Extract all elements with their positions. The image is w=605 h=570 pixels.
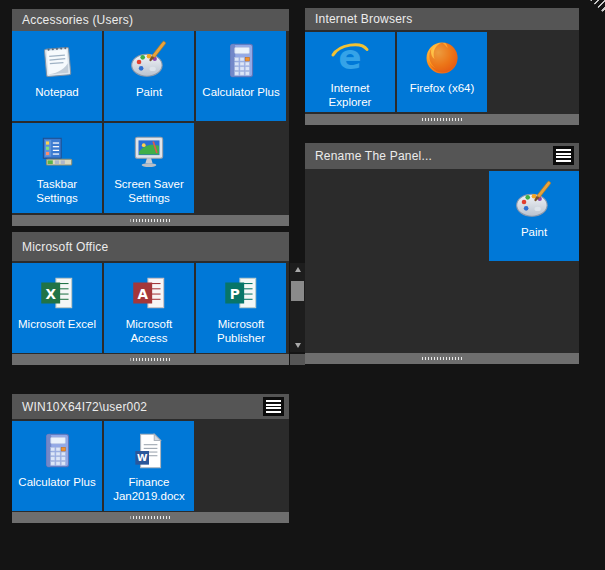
panel-accessories: Accessories (Users) Notepad Paint Calcul…	[12, 9, 289, 226]
panel-internet-browsers: Internet Browsers e Internet Explorer Fi…	[305, 8, 579, 125]
svg-text:W: W	[137, 453, 148, 464]
panel-office-header[interactable]: Microsoft Office	[12, 232, 289, 261]
paint-icon	[128, 40, 170, 82]
tile-paint[interactable]: Paint	[489, 171, 579, 261]
tile-calculator-plus[interactable]: Calculator Plus	[196, 31, 286, 121]
panel-title: Microsoft Office	[22, 240, 108, 254]
calculator-icon	[36, 430, 78, 472]
tile-internet-explorer[interactable]: e Internet Explorer	[305, 32, 395, 112]
tile-firefox-x64[interactable]: Firefox (x64)	[397, 32, 487, 112]
scrollbar-thumb[interactable]	[291, 281, 304, 301]
tile-taskbar-settings[interactable]: Taskbar Settings	[12, 123, 102, 213]
tile-finance-jan2019-docx[interactable]: W Finance Jan2019.docx	[104, 421, 194, 511]
calculator-icon	[220, 40, 262, 82]
firefox-icon	[422, 38, 462, 78]
panel-microsoft-office: Microsoft Office X Microsoft Excel A Mic…	[12, 232, 289, 365]
panel-user002-header[interactable]: WIN10X64I72\user002	[12, 394, 289, 419]
tile-microsoft-publisher[interactable]: P Microsoft Publisher	[196, 263, 286, 353]
tile-microsoft-excel[interactable]: X Microsoft Excel	[12, 263, 102, 353]
word-document-icon: W	[128, 430, 170, 472]
tile-microsoft-access[interactable]: A Microsoft Access	[104, 263, 194, 353]
excel-icon: X	[36, 272, 78, 314]
panel-menu-button[interactable]	[553, 146, 574, 165]
office-scrollbar[interactable]	[290, 263, 305, 352]
svg-text:A: A	[137, 286, 148, 302]
svg-text:X: X	[45, 286, 56, 302]
notepad-icon	[36, 40, 78, 82]
panel-title: Internet Browsers	[315, 12, 412, 26]
publisher-icon: P	[220, 272, 262, 314]
panel-resize-bar[interactable]	[12, 512, 289, 523]
tile-notepad[interactable]: Notepad	[12, 31, 102, 121]
scroll-up-button[interactable]	[290, 264, 305, 275]
tile-grid-office: X Microsoft Excel A Microsoft Access P M…	[12, 263, 289, 353]
panel-rename: Rename The Panel... Paint	[305, 143, 579, 364]
tile-paint[interactable]: Paint	[104, 31, 194, 121]
paint-icon	[513, 180, 555, 222]
tile-grid-accessories: Notepad Paint Calculator Plus Taskbar Se…	[12, 31, 289, 213]
access-icon: A	[128, 272, 170, 314]
panel-resize-bar[interactable]	[12, 354, 289, 365]
panel-title: WIN10X64I72\user002	[22, 400, 147, 414]
window-resize-grip[interactable]	[590, 0, 605, 14]
panel-title: Accessories (Users)	[22, 13, 133, 27]
panel-title: Rename The Panel...	[315, 149, 432, 163]
tile-screen-saver-settings[interactable]: Screen Saver Settings	[104, 123, 194, 213]
panel-resize-bar[interactable]	[12, 215, 289, 226]
tile-calculator-plus[interactable]: Calculator Plus	[12, 421, 102, 511]
panel-accessories-header[interactable]: Accessories (Users)	[12, 9, 289, 31]
scrollbar-corner	[290, 354, 305, 365]
internet-explorer-icon: e	[330, 38, 370, 78]
tile-grid-browsers: e Internet Explorer Firefox (x64)	[305, 32, 579, 112]
hamburger-icon	[556, 149, 571, 162]
scroll-down-arrow-icon	[295, 343, 301, 348]
scroll-up-arrow-icon	[295, 267, 301, 272]
hamburger-icon	[266, 400, 281, 413]
tile-grid-user002: Calculator Plus W Finance Jan2019.docx	[12, 421, 289, 511]
panel-browsers-header[interactable]: Internet Browsers	[305, 8, 579, 30]
tile-dock-background: Accessories (Users) Notepad Paint Calcul…	[0, 0, 605, 570]
tile-area-rename: Paint	[305, 169, 579, 353]
panel-menu-button[interactable]	[263, 397, 284, 416]
panel-resize-bar[interactable]	[305, 353, 579, 364]
taskbar-settings-icon	[36, 132, 78, 174]
panel-rename-header[interactable]: Rename The Panel...	[305, 143, 579, 169]
svg-text:P: P	[230, 286, 240, 302]
scroll-down-button[interactable]	[290, 340, 305, 351]
panel-user002: WIN10X64I72\user002 Calculator Plus W Fi…	[12, 394, 289, 523]
screen-saver-icon	[128, 132, 170, 174]
panel-resize-bar[interactable]	[305, 114, 579, 125]
